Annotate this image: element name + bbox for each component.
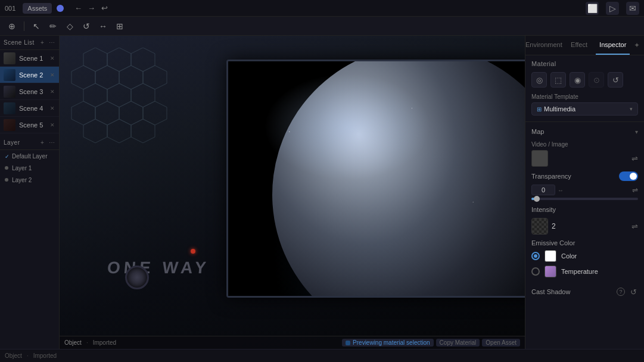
- material-icon-3[interactable]: ◉: [570, 72, 585, 88]
- drag-hint-icon: ↔: [558, 187, 564, 194]
- transparency-slider-row: 0 ↔ ⇌: [525, 183, 644, 204]
- scene-item-5[interactable]: Scene 5 ✕: [0, 117, 59, 133]
- scene-label-1: Scene 1: [19, 55, 46, 62]
- scene-list-add-icon[interactable]: +: [39, 39, 46, 46]
- material-template-label: Material Template: [531, 93, 638, 100]
- rotate-icon[interactable]: ↺: [79, 19, 94, 33]
- transform-icon[interactable]: ↔: [96, 19, 110, 33]
- layer-item-default[interactable]: ✓ Default Layer: [0, 150, 59, 162]
- divider-1: [525, 121, 644, 122]
- stars: [228, 61, 525, 296]
- add-icon[interactable]: ⊕: [5, 19, 19, 33]
- top-bar-right: ⬜ ▷ ✉: [586, 2, 639, 15]
- video-adjust-icon[interactable]: ⇌: [631, 154, 638, 163]
- layer-add-icon[interactable]: +: [39, 139, 46, 146]
- svg-marker-3: [71, 65, 95, 89]
- top-bar-nav-icons: ← → ↩: [73, 4, 109, 13]
- pen-icon[interactable]: ✏: [46, 19, 60, 33]
- toolbar: ⊕ ↖ ✏ ◇ ↺ ↔ ⊞: [0, 17, 644, 36]
- intensity-checker: [531, 218, 548, 235]
- cast-shadow-refresh-icon[interactable]: ↺: [629, 287, 638, 297]
- tab-inspector[interactable]: Inspector: [596, 36, 630, 55]
- open-asset-chip[interactable]: Open Asset: [482, 339, 520, 347]
- slider-adjust-icon[interactable]: ⇌: [632, 186, 638, 194]
- svg-marker-2: [131, 48, 155, 71]
- scene-close-3[interactable]: ✕: [49, 89, 55, 95]
- select-icon[interactable]: ↖: [29, 19, 43, 33]
- video-thumbnail[interactable]: [531, 150, 548, 167]
- object-label: Object: [64, 339, 82, 346]
- color-swatch-white[interactable]: [545, 250, 556, 262]
- color-swatch-purple[interactable]: [545, 266, 556, 277]
- tab-inspector-label: Inspector: [599, 41, 626, 48]
- tab-extra-icon[interactable]: ✦: [630, 36, 644, 55]
- scene-item-4[interactable]: Scene 4 ✕: [0, 100, 59, 117]
- map-collapsible[interactable]: Map ▾: [525, 124, 644, 139]
- main-area: Scene List + ⋯ Scene 1 ✕ Scene 2 ✕ Scene…: [0, 36, 644, 349]
- layer-dot-2: [5, 178, 8, 182]
- layer-item-2[interactable]: Layer 2: [0, 174, 59, 186]
- svg-marker-14: [83, 119, 107, 143]
- copy-label: Copy Material: [440, 339, 477, 346]
- scene-close-4[interactable]: ✕: [49, 105, 55, 111]
- grid-icon[interactable]: ⊞: [113, 19, 127, 33]
- scene-thumb-3: [4, 86, 15, 98]
- screen-content: [228, 61, 525, 296]
- scene-close-1[interactable]: ✕: [49, 55, 55, 61]
- material-icon-1[interactable]: ◎: [531, 72, 547, 88]
- transparency-value[interactable]: 0: [531, 185, 555, 195]
- scene-list: Scene 1 ✕ Scene 2 ✕ Scene 3 ✕ Scene 4 ✕ …: [0, 50, 59, 133]
- forward-icon[interactable]: →: [86, 4, 96, 13]
- camera-icon[interactable]: ⬜: [586, 2, 599, 15]
- back-icon[interactable]: ←: [73, 4, 83, 13]
- transparency-slider-track[interactable]: [531, 198, 638, 200]
- svg-marker-9: [131, 83, 155, 107]
- material-template-row: Material Template ⊞ Multimedia ▾: [525, 90, 644, 119]
- material-icons-row: ◎ ⬚ ◉ ⊙ ↺: [525, 70, 644, 90]
- one-way-text: ONE WAY: [107, 258, 210, 277]
- right-panel: Environment Effect Inspector ✦ Material …: [525, 36, 644, 349]
- scene-close-2[interactable]: ✕: [49, 72, 55, 78]
- cast-shadow-help-icon[interactable]: ?: [617, 288, 625, 296]
- intensity-value: 2: [552, 222, 628, 230]
- assets-button[interactable]: Assets: [23, 3, 52, 14]
- scene-item-2[interactable]: Scene 2 ✕: [0, 67, 59, 83]
- layer-label-1: Layer 1: [12, 165, 32, 171]
- material-icon-2[interactable]: ⬚: [550, 72, 566, 88]
- radio-color[interactable]: [531, 252, 540, 260]
- intensity-inner: 2 ⇌: [531, 218, 638, 235]
- viewport-background: ONE WAY: [60, 36, 525, 349]
- radio-temperature[interactable]: [531, 267, 540, 276]
- transparency-toggle[interactable]: [619, 171, 638, 181]
- intensity-adjust-icon[interactable]: ⇌: [631, 222, 638, 231]
- material-template-dropdown[interactable]: ⊞ Multimedia ▾: [531, 102, 638, 116]
- tab-effect-label: Effect: [571, 41, 587, 48]
- preview-chip: Previewing material selection: [342, 339, 434, 347]
- layer-list: ✓ Default Layer Layer 1 Layer 2: [0, 150, 59, 349]
- layer-check-default: ✓: [5, 154, 10, 158]
- video-icon[interactable]: ▷: [606, 2, 619, 15]
- red-light: [191, 249, 195, 254]
- intensity-label: Intensity: [531, 206, 579, 213]
- viewport[interactable]: ONE WAY Object · Imported Previewing mat…: [60, 36, 525, 349]
- svg-marker-1: [107, 48, 131, 71]
- layer-item-1[interactable]: Layer 1: [0, 162, 59, 174]
- scene-close-5[interactable]: ✕: [49, 122, 55, 128]
- open-label: Open Asset: [486, 339, 517, 346]
- scene-item-1[interactable]: Scene 1 ✕: [0, 50, 59, 67]
- refresh-nav-icon[interactable]: ↩: [99, 4, 109, 13]
- tab-effect[interactable]: Effect: [562, 36, 596, 55]
- wall-detail-circle: [125, 266, 149, 289]
- scene-label-3: Scene 3: [19, 88, 46, 95]
- layer-menu-icon[interactable]: ⋯: [48, 139, 55, 146]
- shape-icon[interactable]: ◇: [63, 19, 77, 33]
- scene-list-menu-icon[interactable]: ⋯: [48, 39, 55, 46]
- tab-environment[interactable]: Environment: [525, 36, 562, 55]
- scene-item-3[interactable]: Scene 3 ✕: [0, 83, 59, 100]
- copy-material-chip[interactable]: Copy Material: [436, 339, 480, 347]
- scene-list-title: Scene List: [4, 39, 36, 46]
- material-icon-5[interactable]: ↺: [608, 72, 623, 88]
- material-template-value: Multimedia: [544, 105, 627, 113]
- mail-icon[interactable]: ✉: [626, 2, 639, 15]
- top-bar: 001 Assets ← → ↩ ⬜ ▷ ✉: [0, 0, 644, 17]
